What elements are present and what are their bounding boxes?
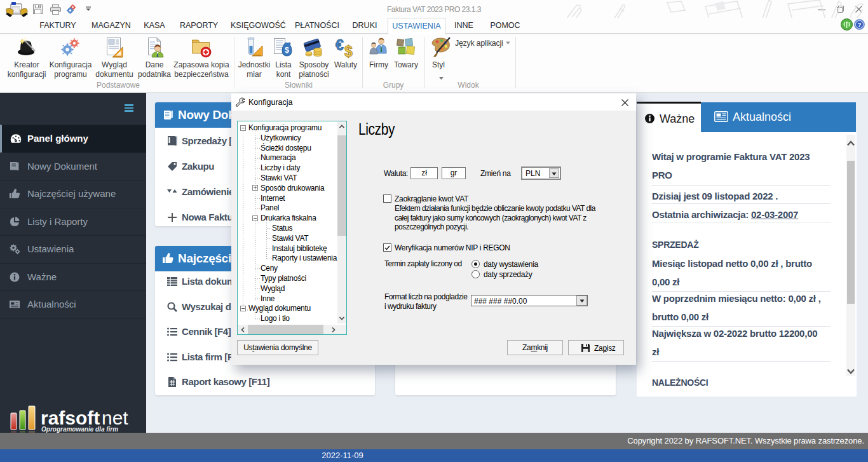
svg-text:Oprogramowanie dla firm: Oprogramowanie dla firm — [41, 426, 118, 433]
svg-text:€: € — [336, 37, 344, 53]
svg-text:?: ? — [857, 21, 861, 28]
svg-text:$: $ — [285, 46, 289, 55]
svg-text:$: $ — [344, 43, 353, 58]
